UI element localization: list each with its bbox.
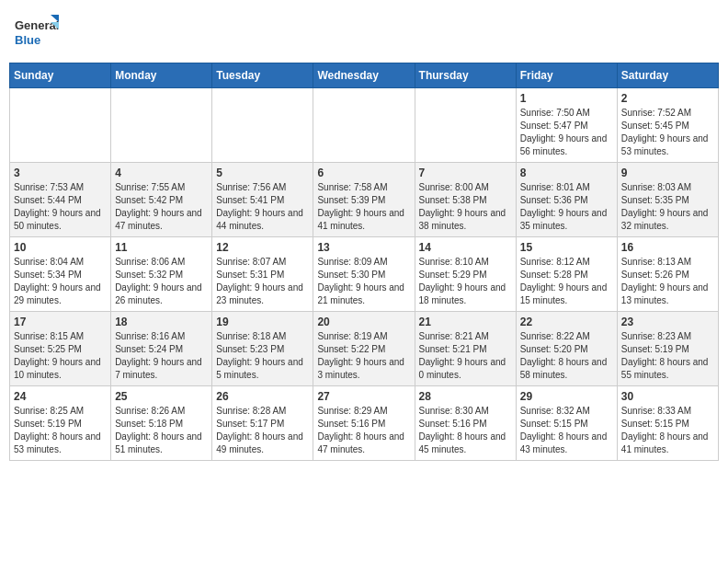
- day-info: Sunrise: 8:13 AM Sunset: 5:26 PM Dayligh…: [621, 256, 714, 307]
- day-number: 18: [115, 316, 208, 328]
- day-info: Sunrise: 8:01 AM Sunset: 5:36 PM Dayligh…: [520, 181, 613, 233]
- day-number: 8: [520, 167, 613, 179]
- day-info: Sunrise: 8:16 AM Sunset: 5:24 PM Dayligh…: [115, 330, 208, 382]
- calendar-cell: 16Sunrise: 8:13 AM Sunset: 5:26 PM Dayli…: [617, 237, 718, 312]
- day-number: 20: [317, 316, 410, 328]
- day-number: 5: [216, 167, 309, 179]
- page-header: General Blue: [9, 9, 719, 55]
- calendar-cell: 15Sunrise: 8:12 AM Sunset: 5:28 PM Dayli…: [516, 237, 617, 312]
- calendar-cell: 30Sunrise: 8:33 AM Sunset: 5:15 PM Dayli…: [617, 386, 718, 461]
- day-number: 28: [419, 390, 512, 403]
- day-number: 4: [115, 167, 208, 179]
- day-number: 29: [520, 390, 613, 403]
- calendar-cell: [415, 88, 516, 163]
- day-info: Sunrise: 8:10 AM Sunset: 5:29 PM Dayligh…: [419, 256, 512, 307]
- calendar-week-row: 10Sunrise: 8:04 AM Sunset: 5:34 PM Dayli…: [10, 237, 719, 312]
- day-info: Sunrise: 8:21 AM Sunset: 5:21 PM Dayligh…: [419, 330, 512, 382]
- calendar-cell: 23Sunrise: 8:23 AM Sunset: 5:19 PM Dayli…: [617, 312, 718, 386]
- calendar-cell: 12Sunrise: 8:07 AM Sunset: 5:31 PM Dayli…: [212, 237, 313, 312]
- weekday-header-row: SundayMondayTuesdayWednesdayThursdayFrid…: [10, 63, 719, 88]
- logo: General Blue: [13, 9, 59, 55]
- day-number: 21: [419, 316, 512, 328]
- header-saturday: Saturday: [617, 63, 718, 88]
- day-info: Sunrise: 7:50 AM Sunset: 5:47 PM Dayligh…: [520, 107, 613, 158]
- calendar-table: SundayMondayTuesdayWednesdayThursdayFrid…: [9, 63, 719, 461]
- header-sunday: Sunday: [10, 63, 111, 88]
- calendar-cell: 9Sunrise: 8:03 AM Sunset: 5:35 PM Daylig…: [617, 163, 718, 237]
- calendar-cell: 1Sunrise: 7:50 AM Sunset: 5:47 PM Daylig…: [516, 88, 617, 163]
- calendar-cell: 26Sunrise: 8:28 AM Sunset: 5:17 PM Dayli…: [212, 386, 313, 461]
- day-number: 9: [621, 167, 714, 179]
- day-number: 12: [216, 241, 309, 254]
- day-info: Sunrise: 8:15 AM Sunset: 5:25 PM Dayligh…: [14, 330, 107, 382]
- header-tuesday: Tuesday: [212, 63, 313, 88]
- day-info: Sunrise: 8:03 AM Sunset: 5:35 PM Dayligh…: [621, 181, 714, 233]
- day-number: 15: [520, 241, 613, 254]
- calendar-cell: [313, 88, 415, 163]
- calendar-cell: 11Sunrise: 8:06 AM Sunset: 5:32 PM Dayli…: [111, 237, 212, 312]
- calendar-cell: 7Sunrise: 8:00 AM Sunset: 5:38 PM Daylig…: [415, 163, 516, 237]
- calendar-cell: 20Sunrise: 8:19 AM Sunset: 5:22 PM Dayli…: [313, 312, 415, 386]
- day-number: 30: [621, 390, 714, 403]
- calendar-cell: 8Sunrise: 8:01 AM Sunset: 5:36 PM Daylig…: [516, 163, 617, 237]
- day-number: 24: [14, 390, 107, 403]
- day-info: Sunrise: 8:19 AM Sunset: 5:22 PM Dayligh…: [317, 330, 410, 382]
- svg-text:Blue: Blue: [15, 33, 40, 47]
- day-info: Sunrise: 8:06 AM Sunset: 5:32 PM Dayligh…: [115, 256, 208, 307]
- header-thursday: Thursday: [415, 63, 516, 88]
- day-info: Sunrise: 8:04 AM Sunset: 5:34 PM Dayligh…: [14, 256, 107, 307]
- day-number: 2: [621, 92, 714, 105]
- day-number: 17: [14, 316, 107, 328]
- calendar-cell: 21Sunrise: 8:21 AM Sunset: 5:21 PM Dayli…: [415, 312, 516, 386]
- calendar-cell: 19Sunrise: 8:18 AM Sunset: 5:23 PM Dayli…: [212, 312, 313, 386]
- day-info: Sunrise: 8:26 AM Sunset: 5:18 PM Dayligh…: [115, 405, 208, 456]
- day-number: 7: [419, 167, 512, 179]
- calendar-cell: 29Sunrise: 8:32 AM Sunset: 5:15 PM Dayli…: [516, 386, 617, 461]
- day-info: Sunrise: 8:18 AM Sunset: 5:23 PM Dayligh…: [216, 330, 309, 382]
- day-info: Sunrise: 8:00 AM Sunset: 5:38 PM Dayligh…: [419, 181, 512, 233]
- day-info: Sunrise: 8:07 AM Sunset: 5:31 PM Dayligh…: [216, 256, 309, 307]
- day-number: 26: [216, 390, 309, 403]
- calendar-cell: 10Sunrise: 8:04 AM Sunset: 5:34 PM Dayli…: [10, 237, 111, 312]
- calendar-cell: 28Sunrise: 8:30 AM Sunset: 5:16 PM Dayli…: [415, 386, 516, 461]
- logo-graphic: General Blue: [13, 9, 59, 55]
- day-info: Sunrise: 8:22 AM Sunset: 5:20 PM Dayligh…: [520, 330, 613, 382]
- day-number: 11: [115, 241, 208, 254]
- calendar-cell: [111, 88, 212, 163]
- day-number: 19: [216, 316, 309, 328]
- day-info: Sunrise: 8:28 AM Sunset: 5:17 PM Dayligh…: [216, 405, 309, 456]
- day-info: Sunrise: 8:23 AM Sunset: 5:19 PM Dayligh…: [621, 330, 714, 382]
- day-number: 27: [317, 390, 410, 403]
- calendar-cell: 14Sunrise: 8:10 AM Sunset: 5:29 PM Dayli…: [415, 237, 516, 312]
- day-info: Sunrise: 8:12 AM Sunset: 5:28 PM Dayligh…: [520, 256, 613, 307]
- day-info: Sunrise: 7:56 AM Sunset: 5:41 PM Dayligh…: [216, 181, 309, 233]
- calendar-cell: 18Sunrise: 8:16 AM Sunset: 5:24 PM Dayli…: [111, 312, 212, 386]
- header-wednesday: Wednesday: [313, 63, 415, 88]
- day-info: Sunrise: 7:58 AM Sunset: 5:39 PM Dayligh…: [317, 181, 410, 233]
- calendar-cell: 5Sunrise: 7:56 AM Sunset: 5:41 PM Daylig…: [212, 163, 313, 237]
- day-info: Sunrise: 8:33 AM Sunset: 5:15 PM Dayligh…: [621, 405, 714, 456]
- calendar-cell: 13Sunrise: 8:09 AM Sunset: 5:30 PM Dayli…: [313, 237, 415, 312]
- day-number: 13: [317, 241, 410, 254]
- calendar-cell: 3Sunrise: 7:53 AM Sunset: 5:44 PM Daylig…: [10, 163, 111, 237]
- calendar-cell: [212, 88, 313, 163]
- calendar-cell: 27Sunrise: 8:29 AM Sunset: 5:16 PM Dayli…: [313, 386, 415, 461]
- day-number: 23: [621, 316, 714, 328]
- day-number: 1: [520, 92, 613, 105]
- day-number: 3: [14, 167, 107, 179]
- calendar-cell: 17Sunrise: 8:15 AM Sunset: 5:25 PM Dayli…: [10, 312, 111, 386]
- day-number: 22: [520, 316, 613, 328]
- day-info: Sunrise: 8:32 AM Sunset: 5:15 PM Dayligh…: [520, 405, 613, 456]
- calendar-cell: [10, 88, 111, 163]
- calendar-week-row: 24Sunrise: 8:25 AM Sunset: 5:19 PM Dayli…: [10, 386, 719, 461]
- day-number: 6: [317, 167, 410, 179]
- day-number: 16: [621, 241, 714, 254]
- day-info: Sunrise: 8:30 AM Sunset: 5:16 PM Dayligh…: [419, 405, 512, 456]
- calendar-week-row: 1Sunrise: 7:50 AM Sunset: 5:47 PM Daylig…: [10, 88, 719, 163]
- day-info: Sunrise: 8:25 AM Sunset: 5:19 PM Dayligh…: [14, 405, 107, 456]
- calendar-cell: 2Sunrise: 7:52 AM Sunset: 5:45 PM Daylig…: [617, 88, 718, 163]
- logo-container: General Blue: [13, 9, 59, 55]
- svg-text:General: General: [15, 18, 59, 32]
- calendar-cell: 24Sunrise: 8:25 AM Sunset: 5:19 PM Dayli…: [10, 386, 111, 461]
- day-info: Sunrise: 8:09 AM Sunset: 5:30 PM Dayligh…: [317, 256, 410, 307]
